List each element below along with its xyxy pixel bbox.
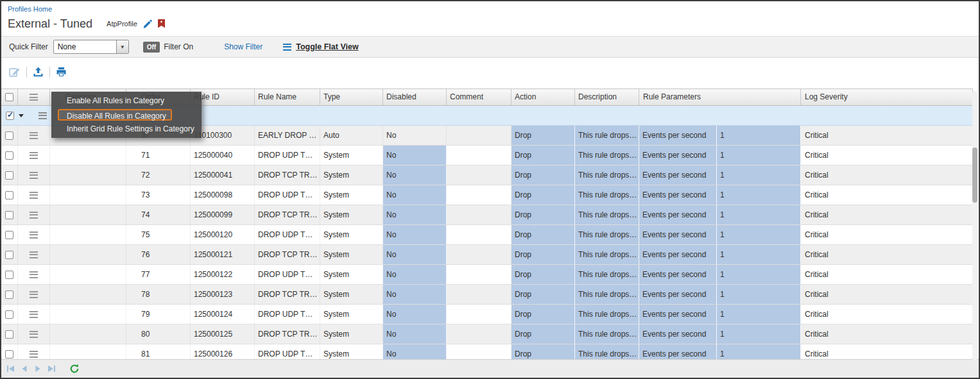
cell-param-value[interactable]: 1 xyxy=(717,324,801,344)
cell-log-severity[interactable]: Critical xyxy=(801,205,973,224)
row-checkbox[interactable] xyxy=(5,291,13,299)
row-checkbox[interactable] xyxy=(5,191,13,199)
row-checkbox[interactable] xyxy=(5,350,13,358)
cell-param-value[interactable]: 1 xyxy=(717,146,801,165)
cell-disabled[interactable]: No xyxy=(383,126,447,145)
cell-action[interactable]: Drop xyxy=(511,285,575,304)
cell-disabled[interactable]: No xyxy=(383,305,447,324)
table-row[interactable]: 72 125000041 DROP TCP TR… System No Drop… xyxy=(1,165,973,185)
row-menu-icon[interactable] xyxy=(30,172,38,179)
col-header-type[interactable]: Type xyxy=(320,89,383,105)
toggle-flat-view-control[interactable]: Toggle Flat View xyxy=(283,42,358,51)
cell-disabled[interactable]: No xyxy=(383,185,447,205)
first-page-button[interactable] xyxy=(6,364,15,373)
menu-item-inherit-grid-rule-settings[interactable]: Inherit Grid Rule Settings in Category xyxy=(51,121,202,137)
row-menu-icon[interactable] xyxy=(30,152,38,159)
cell-log-severity[interactable]: Critical xyxy=(801,324,973,344)
cell-comment[interactable] xyxy=(447,126,511,145)
cell-disabled[interactable]: No xyxy=(383,205,447,224)
cell-param-value[interactable]: 1 xyxy=(717,185,801,205)
previous-page-button[interactable] xyxy=(20,364,29,373)
row-menu-icon[interactable] xyxy=(30,192,38,199)
cell-log-severity[interactable]: Critical xyxy=(801,185,973,205)
cell-log-severity[interactable]: Critical xyxy=(801,305,973,324)
collapse-arrow-icon[interactable] xyxy=(19,114,24,117)
cell-action[interactable]: Drop xyxy=(511,265,575,284)
select-all-checkbox[interactable] xyxy=(5,93,13,101)
row-checkbox[interactable] xyxy=(5,131,13,140)
table-row[interactable]: 76 125000121 DROP TCP TR… System No Drop… xyxy=(1,245,973,265)
upload-button[interactable] xyxy=(33,67,44,77)
cell-param-value[interactable]: 1 xyxy=(717,265,801,284)
row-checkbox[interactable] xyxy=(5,211,13,219)
cell-action[interactable]: Drop xyxy=(511,305,575,324)
row-checkbox[interactable] xyxy=(5,231,13,239)
col-header-action[interactable]: Action xyxy=(511,89,575,105)
cell-disabled[interactable]: No xyxy=(383,165,447,185)
cell-log-severity[interactable]: Critical xyxy=(801,245,973,264)
cell-action[interactable]: Drop xyxy=(511,205,575,224)
row-checkbox[interactable] xyxy=(5,171,13,180)
cell-param-value[interactable]: 1 xyxy=(717,305,801,324)
row-menu-icon[interactable] xyxy=(30,232,38,239)
row-menu-icon[interactable] xyxy=(30,251,38,258)
cell-log-severity[interactable]: Critical xyxy=(801,146,973,165)
row-menu-icon[interactable] xyxy=(30,132,38,139)
cell-comment[interactable] xyxy=(447,265,511,284)
chevron-down-icon[interactable]: ▼ xyxy=(116,40,128,53)
cell-disabled[interactable]: No xyxy=(383,225,447,244)
cell-action[interactable]: Drop xyxy=(511,324,575,344)
cell-action[interactable]: Drop xyxy=(511,165,575,185)
print-button[interactable] xyxy=(56,67,67,77)
cell-comment[interactable] xyxy=(447,245,511,264)
cell-comment[interactable] xyxy=(447,324,511,344)
table-row[interactable]: 77 125000122 DROP UDP T… System No Drop … xyxy=(1,265,973,285)
row-checkbox[interactable] xyxy=(5,151,13,160)
menu-item-enable-all-rules[interactable]: Enable All Rules in Category xyxy=(51,93,202,108)
refresh-button[interactable] xyxy=(69,364,80,374)
row-checkbox[interactable] xyxy=(5,330,13,339)
cell-disabled[interactable]: No xyxy=(383,146,447,165)
breadcrumb[interactable]: Profiles Home xyxy=(8,5,972,14)
cell-param-value[interactable]: 1 xyxy=(717,285,801,304)
cell-param-value[interactable]: 1 xyxy=(717,225,801,244)
table-row[interactable]: 80 125000125 DROP TCP TR… System No Drop… xyxy=(1,324,973,344)
next-page-button[interactable] xyxy=(33,364,42,373)
cell-comment[interactable] xyxy=(447,185,511,205)
cell-param-value[interactable]: 1 xyxy=(717,245,801,264)
row-checkbox[interactable] xyxy=(5,251,13,259)
cell-comment[interactable] xyxy=(447,165,511,185)
cell-comment[interactable] xyxy=(447,146,511,165)
cell-action[interactable]: Drop xyxy=(511,225,575,244)
cell-log-severity[interactable]: Critical xyxy=(801,126,973,145)
category-menu-icon[interactable] xyxy=(39,112,47,119)
row-menu-icon[interactable] xyxy=(30,212,38,219)
cell-log-severity[interactable]: Critical xyxy=(801,265,973,284)
cell-log-severity[interactable]: Critical xyxy=(801,165,973,185)
cell-comment[interactable] xyxy=(447,305,511,324)
cell-param-value[interactable]: 1 xyxy=(717,205,801,224)
vertical-scrollbar[interactable] xyxy=(972,91,977,360)
cell-param-value[interactable]: 1 xyxy=(717,126,801,145)
red-bookmark-icon[interactable] xyxy=(158,19,165,28)
edit-profile-pencil-icon[interactable] xyxy=(142,19,153,29)
cell-log-severity[interactable]: Critical xyxy=(801,285,973,304)
row-menu-icon[interactable] xyxy=(30,351,38,358)
cell-comment[interactable] xyxy=(447,225,511,244)
row-menu-icon[interactable] xyxy=(30,271,38,278)
cell-disabled[interactable]: No xyxy=(383,324,447,344)
cell-action[interactable]: Drop xyxy=(511,245,575,264)
cell-param-value[interactable]: 1 xyxy=(717,165,801,185)
col-header-description[interactable]: Description xyxy=(575,89,639,105)
cell-log-severity[interactable]: Critical xyxy=(801,225,973,244)
cell-comment[interactable] xyxy=(447,285,511,304)
last-page-button[interactable] xyxy=(47,364,56,373)
show-filter-link[interactable]: Show Filter xyxy=(224,42,262,51)
table-row[interactable]: 73 125000098 DROP UDP T… System No Drop … xyxy=(1,185,973,205)
row-menu-icon[interactable] xyxy=(30,291,38,298)
scrollbar-thumb[interactable] xyxy=(972,147,977,203)
table-row[interactable]: 79 125000124 DROP UDP T… System No Drop … xyxy=(1,305,973,324)
cell-action[interactable]: Drop xyxy=(511,146,575,165)
cell-action[interactable]: Drop xyxy=(511,185,575,205)
row-checkbox[interactable] xyxy=(5,310,13,319)
